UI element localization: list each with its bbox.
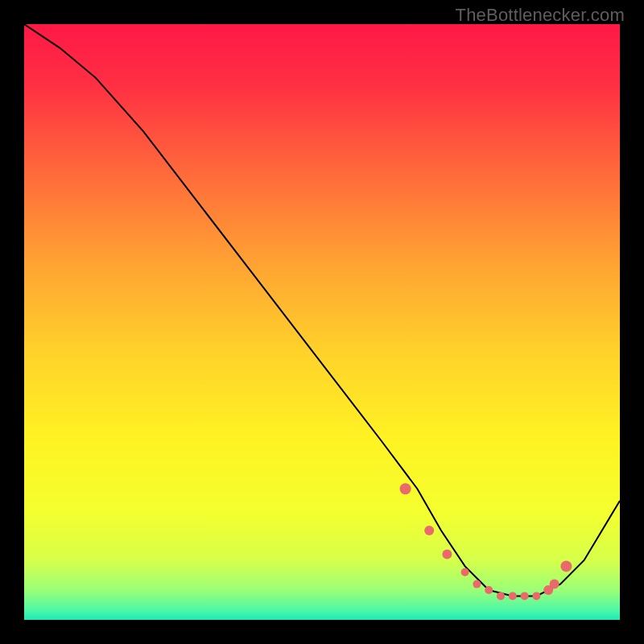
optimal-range-markers bbox=[400, 483, 572, 600]
chart-stage: TheBottlenecker.com bbox=[0, 0, 644, 644]
marker-dot bbox=[473, 580, 481, 588]
watermark-text: TheBottlenecker.com bbox=[456, 5, 625, 26]
marker-dot bbox=[485, 586, 493, 594]
marker-dot bbox=[424, 526, 434, 535]
marker-dot bbox=[550, 580, 559, 589]
marker-dot bbox=[461, 568, 469, 576]
marker-dot bbox=[442, 550, 452, 559]
marker-dot bbox=[497, 592, 505, 600]
marker-dot bbox=[521, 592, 529, 600]
marker-dot bbox=[532, 592, 540, 600]
marker-dot bbox=[509, 592, 517, 600]
marker-dot bbox=[400, 483, 411, 494]
curve-layer bbox=[24, 24, 620, 620]
plot-area bbox=[24, 24, 620, 620]
bottleneck-curve bbox=[24, 24, 620, 596]
marker-dot bbox=[560, 560, 572, 572]
